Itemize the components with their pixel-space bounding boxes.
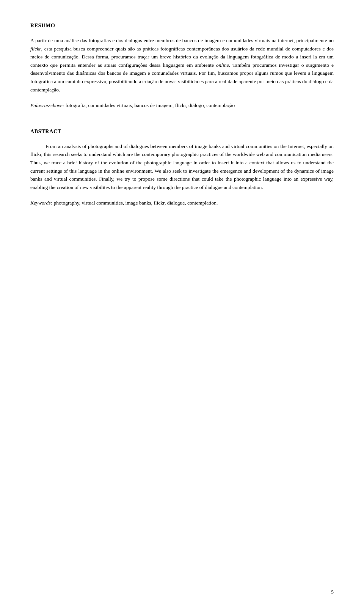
resumo-heading: RESUMO — [30, 23, 334, 29]
page: RESUMO A partir de uma análise das fotog… — [0, 0, 364, 614]
palavras-chave: Palavras-chave: fotografia, comunidades … — [30, 101, 334, 110]
abstract-section: ABSTRACT From an analysis of photographs… — [30, 129, 334, 207]
resumo-section: RESUMO A partir de uma análise das fotog… — [30, 23, 334, 110]
abstract-paragraph-1: From an analysis of photographs and of d… — [30, 142, 334, 192]
palavras-chave-label: Palavras-chave: — [30, 102, 64, 108]
resumo-paragraph-1: A partir de uma análise das fotografias … — [30, 36, 334, 94]
keywords: Keywords: photography, virtual communiti… — [30, 199, 334, 207]
page-number: 5 — [331, 589, 334, 595]
abstract-heading: ABSTRACT — [30, 129, 334, 135]
keywords-label: Keywords: — [30, 200, 52, 206]
